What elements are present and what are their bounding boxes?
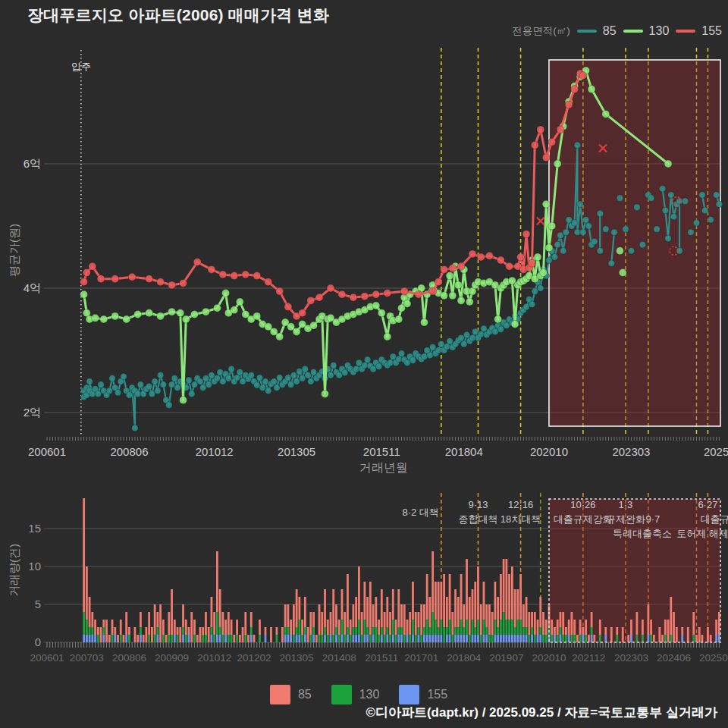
volume-bar-segment-155 — [353, 635, 355, 642]
volume-bar-segment-85 — [361, 612, 363, 635]
series-85-point — [662, 207, 669, 214]
series-130-point — [602, 110, 610, 118]
series-85-point — [668, 192, 675, 199]
volume-bar-segment-85 — [312, 612, 315, 627]
highlight-period-box — [549, 60, 720, 426]
volume-bar-segment-130 — [389, 635, 391, 642]
policy-annotation: 10·26 — [570, 499, 595, 510]
volume-bar-segment-85 — [534, 612, 536, 635]
volume-bar-segment-85 — [224, 620, 227, 635]
series-130-point — [449, 292, 457, 300]
series-85-point — [560, 248, 566, 255]
volume-bar-segment-155 — [477, 635, 479, 642]
volume-bar-segment-130 — [298, 620, 300, 635]
volume-bar-segment-130 — [438, 627, 440, 635]
volume-bar-segment-85 — [284, 604, 287, 627]
series-85-point — [693, 220, 700, 227]
series-85-point — [654, 226, 661, 233]
volume-bar-segment-130 — [284, 627, 287, 635]
volume-bar-segment-130 — [460, 620, 463, 635]
volume-bar-segment-85 — [715, 620, 717, 635]
volume-bar-segment-130 — [213, 635, 215, 642]
series-85-point — [682, 198, 689, 205]
volume-bar-segment-130 — [418, 627, 420, 635]
volume-bar-segment-130 — [162, 635, 165, 642]
series-85-point — [86, 378, 93, 385]
policy-annotation: 토허제 해제 — [676, 528, 728, 539]
volume-bar-segment-85 — [366, 597, 369, 627]
volume-bar-segment-155 — [296, 635, 298, 642]
volume-x-tick-label: 200703 — [70, 652, 104, 664]
volume-bar-segment-130 — [236, 635, 238, 642]
volume-bar-segment-155 — [216, 635, 218, 642]
volume-bar-segment-85 — [205, 612, 207, 635]
volume-bar-segment-130 — [287, 627, 290, 635]
volume-bar-segment-130 — [341, 620, 344, 635]
volume-bar-segment-130 — [193, 635, 196, 642]
volume-bar-segment-85 — [196, 635, 199, 642]
series-130-point — [231, 306, 238, 314]
legend-bottom-value: 130 — [359, 688, 380, 701]
volume-bar-segment-155 — [560, 635, 562, 642]
series-85-point — [701, 207, 708, 214]
legend-bottom-value: 85 — [298, 688, 312, 701]
volume-bar-segment-130 — [483, 620, 485, 635]
volume-bar-segment-130 — [259, 635, 261, 642]
volume-bar-segment-85 — [545, 620, 548, 635]
volume-bar-segment-85 — [542, 612, 544, 635]
volume-bar-segment-85 — [531, 612, 533, 627]
volume-bar-segment-85 — [627, 635, 629, 642]
volume-bar-segment-85 — [412, 582, 414, 620]
volume-bar-segment-130 — [140, 627, 142, 635]
series-155-point — [97, 275, 105, 283]
volume-bar-segment-85 — [315, 635, 318, 642]
volume-bar-segment-85 — [681, 627, 683, 635]
series-85-point — [248, 372, 255, 379]
volume-bar-segment-85 — [426, 574, 428, 620]
volume-bar-segment-85 — [707, 627, 709, 642]
volume-bar-segment-85 — [327, 620, 329, 635]
series-130-point — [446, 272, 453, 280]
volume-bar-segment-85 — [105, 620, 108, 642]
series-130-point — [534, 253, 541, 261]
volume-bar-segment-155 — [446, 635, 448, 642]
policy-annotation: 6·27 — [698, 499, 717, 510]
volume-bar-segment-85 — [477, 566, 479, 620]
series-130-point — [545, 244, 553, 252]
volume-bar-segment-130 — [361, 635, 363, 642]
series-85-point — [302, 366, 309, 372]
volume-bar-segment-85 — [667, 620, 670, 642]
series-155-point — [571, 86, 579, 93]
volume-bar-segment-85 — [642, 620, 644, 635]
volume-bar-segment-130 — [156, 627, 158, 635]
volume-bar-segment-85 — [392, 589, 394, 620]
volume-bar-segment-155 — [358, 635, 360, 642]
volume-bar-segment-85 — [386, 597, 388, 627]
series-130-point — [548, 222, 556, 230]
volume-bar-segment-85 — [565, 627, 567, 635]
series-130-point — [384, 333, 391, 340]
volume-bar-segment-130 — [457, 627, 460, 635]
series-155-point — [529, 259, 536, 267]
series-85-point — [716, 201, 723, 208]
volume-bar-segment-85 — [94, 620, 96, 635]
legend-square-swatch — [331, 685, 352, 704]
volume-bar-segment-85 — [140, 612, 142, 627]
volume-bar-segment-130 — [86, 620, 88, 635]
series-85-point — [330, 362, 337, 369]
volume-bar-segment-85 — [208, 627, 210, 642]
volume-bar-segment-85 — [259, 620, 261, 635]
volume-x-tick-label: 201701 — [404, 652, 438, 664]
volume-chart: 051015거래량(건)8·2 대책9·13종합대책12·1618차대책10·2… — [8, 493, 728, 664]
volume-bar-segment-130 — [466, 620, 468, 635]
volume-bar-segment-85 — [185, 620, 187, 635]
series-155-point — [307, 297, 315, 304]
charts-canvas[interactable]: 2억4억6억평균가(원)입주20060120080620101220130520… — [0, 0, 728, 728]
volume-bar-segment-85 — [330, 612, 332, 635]
series-130-point — [494, 315, 502, 323]
series-130-point — [213, 304, 221, 312]
volume-bar-segment-155 — [474, 635, 476, 642]
volume-bar-segment-155 — [355, 635, 357, 642]
price-y-tick-label: 6억 — [24, 157, 41, 170]
series-130-point — [457, 297, 465, 304]
